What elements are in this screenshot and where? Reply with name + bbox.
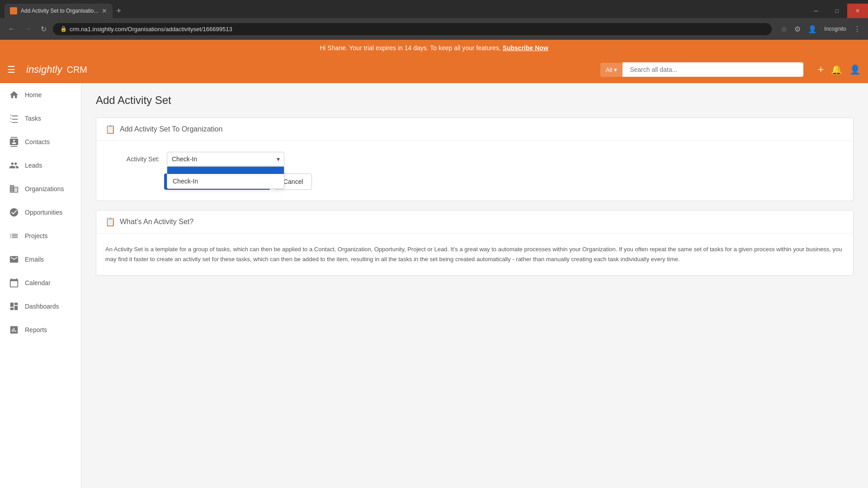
app-header: ☰ insightly CRM All ▾ + 🔔 👤 [0,56,868,83]
browser-nav-icons: ☆ ⚙ 👤 Incognito ⋮ [779,23,863,35]
card-heading-2: What's An Activity Set? [120,218,193,226]
crm-label: CRM [66,65,87,75]
close-tab-icon[interactable]: ✕ [102,7,107,14]
sidebar-item-calendar[interactable]: Calendar [0,271,81,295]
card-header-icon-1: 📋 [105,124,115,134]
card-body-2: An Activity Set is a template for a grou… [96,234,853,275]
sidebar-item-organizations[interactable]: Organizations [0,177,81,201]
dashboards-icon [9,301,19,312]
user-avatar-icon[interactable]: 👤 [849,64,861,75]
profile-icon[interactable]: 👤 [806,23,819,35]
sidebar-label-tasks: Tasks [25,115,41,122]
emails-icon [9,254,19,265]
sidebar-item-tasks[interactable]: Tasks [0,107,81,130]
organizations-icon [9,183,19,194]
security-icon: 🔒 [60,26,67,32]
menu-dots-icon[interactable]: ⋮ [852,23,863,35]
sidebar-item-leads[interactable]: Leads [0,154,81,177]
sidebar-label-dashboards: Dashboards [25,303,59,310]
card-body-1: Activity Set: Check-In ▾ Check-In [96,141,853,201]
card-heading-1: Add Activity Set To Organization [120,125,222,133]
page-title: Add Activity Set [96,94,854,107]
incognito-label: Incognito [822,24,848,34]
bookmark-icon[interactable]: ☆ [779,23,789,35]
search-input[interactable] [623,62,803,77]
app-body: Home Tasks Contacts Leads [0,83,868,488]
search-filter-label: All [606,66,612,73]
sidebar-item-emails[interactable]: Emails [0,248,81,271]
activity-set-select[interactable]: Check-In [167,152,284,166]
new-tab-button[interactable]: + [116,6,121,16]
close-window-button[interactable]: ✕ [847,4,868,18]
card-header-2: 📋 What's An Activity Set? [96,211,853,234]
header-actions: + 🔔 👤 [818,64,861,75]
what-is-card: 📋 What's An Activity Set? An Activity Se… [96,210,854,276]
add-button[interactable]: + [818,64,824,75]
reports-icon [9,324,19,335]
trial-text: Hi Shane. Your trial expires in 14 days.… [320,44,501,52]
url-text: crm.na1.insightly.com/Organisations/adda… [70,26,764,33]
address-bar[interactable]: 🔒 crm.na1.insightly.com/Organisations/ad… [53,23,772,35]
sidebar-label-emails: Emails [25,256,44,263]
back-button[interactable]: ← [5,23,18,35]
activity-set-form-row: Activity Set: Check-In ▾ Check-In [105,152,844,166]
activity-set-label: Activity Set: [105,152,160,163]
subscribe-link[interactable]: Subscribe Now [503,44,548,52]
sidebar-label-organizations: Organizations [25,185,64,192]
contacts-icon [9,136,19,147]
sidebar-item-dashboards[interactable]: Dashboards [0,295,81,318]
sidebar-item-contacts[interactable]: Contacts [0,130,81,154]
add-activity-set-card: 📋 Add Activity Set To Organization Activ… [96,117,854,201]
opportunities-icon [9,207,19,218]
sidebar-label-opportunities: Opportunities [25,209,62,216]
forward-button[interactable]: → [22,23,34,35]
tab-title: Add Activity Set to Organisatio... [21,8,98,14]
sidebar-label-projects: Projects [25,232,48,239]
sidebar-label-contacts: Contacts [25,138,50,145]
sidebar: Home Tasks Contacts Leads [0,83,81,488]
refresh-button[interactable]: ↻ [38,23,49,35]
logo-area: insightly CRM [26,64,87,75]
tab-favicon [10,7,17,14]
minimize-button[interactable]: ─ [806,4,826,18]
sidebar-label-leads: Leads [25,162,42,169]
dropdown-option-checkin-visible[interactable]: Check-In [167,174,284,188]
search-filter-dropdown[interactable]: All ▾ [600,63,623,77]
sidebar-item-reports[interactable]: Reports [0,318,81,342]
hamburger-menu-icon[interactable]: ☰ [7,64,15,75]
notifications-bell-icon[interactable]: 🔔 [831,64,842,75]
card-header-icon-2: 📋 [105,217,115,227]
sidebar-label-home: Home [25,91,42,99]
search-area: All ▾ [600,62,803,77]
search-filter-arrow: ▾ [614,66,617,73]
leads-icon [9,160,19,171]
sidebar-label-calendar: Calendar [25,279,51,286]
extensions-icon[interactable]: ⚙ [793,23,802,35]
sidebar-item-projects[interactable]: Projects [0,224,81,248]
sidebar-item-opportunities[interactable]: Opportunities [0,201,81,224]
trial-banner: Hi Shane. Your trial expires in 14 days.… [0,40,868,56]
dropdown-menu: Check-In [167,166,284,189]
dropdown-option-highlighted[interactable] [167,167,284,174]
card-header-1: 📋 Add Activity Set To Organization [96,118,853,141]
main-content: Add Activity Set 📋 Add Activity Set To O… [81,83,868,488]
home-icon [9,89,19,100]
calendar-icon [9,277,19,288]
sidebar-label-reports: Reports [25,326,47,333]
activity-set-dropdown-wrap: Check-In ▾ Check-In [167,152,284,166]
logo-text: insightly [26,64,62,75]
browser-tab[interactable]: Add Activity Set to Organisatio... ✕ [5,4,113,18]
projects-icon [9,230,19,241]
browser-nav: ← → ↻ 🔒 crm.na1.insightly.com/Organisati… [0,18,868,40]
tasks-icon [9,113,19,124]
activity-set-description: An Activity Set is a template for a grou… [105,244,844,264]
sidebar-item-home[interactable]: Home [0,83,81,107]
maximize-button[interactable]: □ [826,4,847,18]
app-wrapper: Hi Shane. Your trial expires in 14 days.… [0,40,868,488]
